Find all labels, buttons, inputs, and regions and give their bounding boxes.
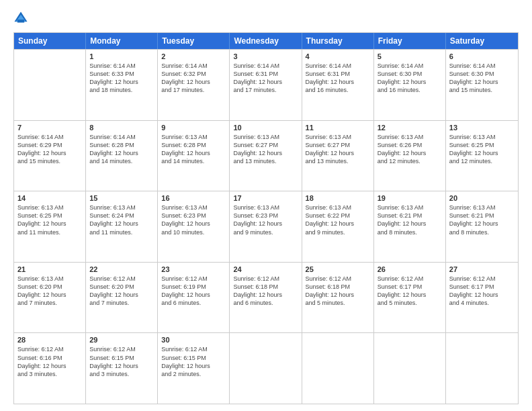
- day-info: Sunrise: 6:12 AM Sunset: 6:19 PM Dayligh…: [161, 275, 226, 308]
- cal-cell-6: 6Sunrise: 6:14 AM Sunset: 6:30 PM Daylig…: [446, 50, 518, 120]
- header-day-saturday: Saturday: [446, 33, 518, 49]
- cal-cell-25: 25Sunrise: 6:12 AM Sunset: 6:18 PM Dayli…: [302, 263, 374, 333]
- week-row-4: 28Sunrise: 6:12 AM Sunset: 6:16 PM Dayli…: [14, 332, 518, 404]
- cal-cell-22: 22Sunrise: 6:12 AM Sunset: 6:20 PM Dayli…: [86, 263, 158, 333]
- cal-cell-8: 8Sunrise: 6:14 AM Sunset: 6:28 PM Daylig…: [86, 121, 158, 191]
- day-number: 17: [233, 194, 298, 202]
- day-number: 3: [233, 52, 298, 60]
- cal-cell-empty-4-3: [230, 333, 302, 404]
- week-row-1: 7Sunrise: 6:14 AM Sunset: 6:29 PM Daylig…: [14, 120, 518, 191]
- cal-cell-28: 28Sunrise: 6:12 AM Sunset: 6:16 PM Dayli…: [14, 333, 86, 404]
- cal-cell-29: 29Sunrise: 6:12 AM Sunset: 6:15 PM Dayli…: [86, 333, 158, 404]
- svg-rect-2: [17, 19, 24, 22]
- calendar-header: SundayMondayTuesdayWednesdayThursdayFrid…: [14, 33, 518, 49]
- day-number: 12: [378, 124, 442, 132]
- day-number: 19: [378, 194, 442, 202]
- day-info: Sunrise: 6:14 AM Sunset: 6:32 PM Dayligh…: [161, 62, 226, 95]
- day-number: 14: [17, 194, 82, 202]
- day-info: Sunrise: 6:13 AM Sunset: 6:25 PM Dayligh…: [449, 133, 515, 166]
- day-info: Sunrise: 6:13 AM Sunset: 6:26 PM Dayligh…: [378, 133, 442, 166]
- day-info: Sunrise: 6:13 AM Sunset: 6:21 PM Dayligh…: [378, 203, 442, 236]
- cal-cell-empty-4-6: [446, 333, 518, 404]
- day-info: Sunrise: 6:14 AM Sunset: 6:29 PM Dayligh…: [17, 133, 82, 166]
- day-info: Sunrise: 6:12 AM Sunset: 6:15 PM Dayligh…: [89, 345, 154, 378]
- week-row-2: 14Sunrise: 6:13 AM Sunset: 6:25 PM Dayli…: [14, 191, 518, 262]
- day-number: 15: [89, 194, 154, 202]
- day-number: 24: [233, 265, 298, 273]
- day-info: Sunrise: 6:14 AM Sunset: 6:30 PM Dayligh…: [378, 62, 442, 95]
- day-info: Sunrise: 6:13 AM Sunset: 6:20 PM Dayligh…: [17, 275, 82, 308]
- day-number: 26: [378, 265, 442, 273]
- logo: [13, 11, 31, 26]
- day-info: Sunrise: 6:13 AM Sunset: 6:23 PM Dayligh…: [161, 203, 226, 236]
- cal-cell-7: 7Sunrise: 6:14 AM Sunset: 6:29 PM Daylig…: [14, 121, 86, 191]
- header-day-monday: Monday: [86, 33, 158, 49]
- cal-cell-4: 4Sunrise: 6:14 AM Sunset: 6:31 PM Daylig…: [302, 50, 374, 120]
- day-number: 10: [233, 124, 298, 132]
- cal-cell-3: 3Sunrise: 6:14 AM Sunset: 6:31 PM Daylig…: [230, 50, 302, 120]
- day-info: Sunrise: 6:13 AM Sunset: 6:21 PM Dayligh…: [449, 203, 515, 236]
- day-info: Sunrise: 6:13 AM Sunset: 6:28 PM Dayligh…: [161, 133, 226, 166]
- cal-cell-19: 19Sunrise: 6:13 AM Sunset: 6:21 PM Dayli…: [374, 191, 446, 262]
- week-row-0: 1Sunrise: 6:14 AM Sunset: 6:33 PM Daylig…: [14, 49, 518, 120]
- cal-cell-18: 18Sunrise: 6:13 AM Sunset: 6:22 PM Dayli…: [302, 191, 374, 262]
- header-day-thursday: Thursday: [302, 33, 374, 49]
- day-number: 18: [306, 194, 370, 202]
- cal-cell-empty-4-5: [374, 333, 446, 404]
- day-info: Sunrise: 6:12 AM Sunset: 6:15 PM Dayligh…: [161, 345, 226, 378]
- day-info: Sunrise: 6:12 AM Sunset: 6:16 PM Dayligh…: [17, 345, 82, 378]
- header-day-wednesday: Wednesday: [230, 33, 302, 49]
- day-number: 7: [17, 124, 82, 132]
- cal-cell-20: 20Sunrise: 6:13 AM Sunset: 6:21 PM Dayli…: [446, 191, 518, 262]
- day-info: Sunrise: 6:12 AM Sunset: 6:17 PM Dayligh…: [449, 275, 515, 308]
- cal-cell-17: 17Sunrise: 6:13 AM Sunset: 6:23 PM Dayli…: [230, 191, 302, 262]
- day-info: Sunrise: 6:14 AM Sunset: 6:33 PM Dayligh…: [89, 62, 154, 95]
- day-number: 9: [161, 124, 226, 132]
- day-number: 11: [306, 124, 370, 132]
- calendar: SundayMondayTuesdayWednesdayThursdayFrid…: [13, 32, 519, 404]
- cal-cell-10: 10Sunrise: 6:13 AM Sunset: 6:27 PM Dayli…: [230, 121, 302, 191]
- day-info: Sunrise: 6:14 AM Sunset: 6:31 PM Dayligh…: [233, 62, 298, 95]
- cal-cell-11: 11Sunrise: 6:13 AM Sunset: 6:27 PM Dayli…: [302, 121, 374, 191]
- cal-cell-23: 23Sunrise: 6:12 AM Sunset: 6:19 PM Dayli…: [158, 263, 230, 333]
- header: [13, 11, 519, 26]
- day-info: Sunrise: 6:12 AM Sunset: 6:20 PM Dayligh…: [89, 275, 154, 308]
- day-info: Sunrise: 6:14 AM Sunset: 6:31 PM Dayligh…: [306, 62, 370, 95]
- day-info: Sunrise: 6:13 AM Sunset: 6:25 PM Dayligh…: [17, 203, 82, 236]
- cal-cell-24: 24Sunrise: 6:12 AM Sunset: 6:18 PM Dayli…: [230, 263, 302, 333]
- day-info: Sunrise: 6:12 AM Sunset: 6:18 PM Dayligh…: [233, 275, 298, 308]
- day-info: Sunrise: 6:13 AM Sunset: 6:27 PM Dayligh…: [306, 133, 370, 166]
- calendar-body: 1Sunrise: 6:14 AM Sunset: 6:33 PM Daylig…: [14, 49, 518, 404]
- day-number: 28: [17, 336, 82, 344]
- day-info: Sunrise: 6:13 AM Sunset: 6:22 PM Dayligh…: [306, 203, 370, 236]
- cal-cell-5: 5Sunrise: 6:14 AM Sunset: 6:30 PM Daylig…: [374, 50, 446, 120]
- day-info: Sunrise: 6:13 AM Sunset: 6:27 PM Dayligh…: [233, 133, 298, 166]
- day-number: 25: [306, 265, 370, 273]
- day-number: 21: [17, 265, 82, 273]
- day-info: Sunrise: 6:14 AM Sunset: 6:30 PM Dayligh…: [449, 62, 515, 95]
- cal-cell-2: 2Sunrise: 6:14 AM Sunset: 6:32 PM Daylig…: [158, 50, 230, 120]
- cal-cell-14: 14Sunrise: 6:13 AM Sunset: 6:25 PM Dayli…: [14, 191, 86, 262]
- cal-cell-13: 13Sunrise: 6:13 AM Sunset: 6:25 PM Dayli…: [446, 121, 518, 191]
- page: SundayMondayTuesdayWednesdayThursdayFrid…: [0, 0, 532, 411]
- day-number: 1: [89, 52, 154, 60]
- day-info: Sunrise: 6:12 AM Sunset: 6:18 PM Dayligh…: [306, 275, 370, 308]
- day-info: Sunrise: 6:13 AM Sunset: 6:23 PM Dayligh…: [233, 203, 298, 236]
- day-number: 30: [161, 336, 226, 344]
- cal-cell-1: 1Sunrise: 6:14 AM Sunset: 6:33 PM Daylig…: [86, 50, 158, 120]
- day-number: 27: [449, 265, 515, 273]
- day-number: 22: [89, 265, 154, 273]
- cal-cell-21: 21Sunrise: 6:13 AM Sunset: 6:20 PM Dayli…: [14, 263, 86, 333]
- day-info: Sunrise: 6:13 AM Sunset: 6:24 PM Dayligh…: [89, 203, 154, 236]
- day-number: 8: [89, 124, 154, 132]
- cal-cell-30: 30Sunrise: 6:12 AM Sunset: 6:15 PM Dayli…: [158, 333, 230, 404]
- week-row-3: 21Sunrise: 6:13 AM Sunset: 6:20 PM Dayli…: [14, 262, 518, 333]
- day-number: 29: [89, 336, 154, 344]
- cal-cell-12: 12Sunrise: 6:13 AM Sunset: 6:26 PM Dayli…: [374, 121, 446, 191]
- day-number: 2: [161, 52, 226, 60]
- cal-cell-empty-4-4: [302, 333, 374, 404]
- day-number: 5: [378, 52, 442, 60]
- cal-cell-15: 15Sunrise: 6:13 AM Sunset: 6:24 PM Dayli…: [86, 191, 158, 262]
- header-day-friday: Friday: [374, 33, 446, 49]
- cal-cell-9: 9Sunrise: 6:13 AM Sunset: 6:28 PM Daylig…: [158, 121, 230, 191]
